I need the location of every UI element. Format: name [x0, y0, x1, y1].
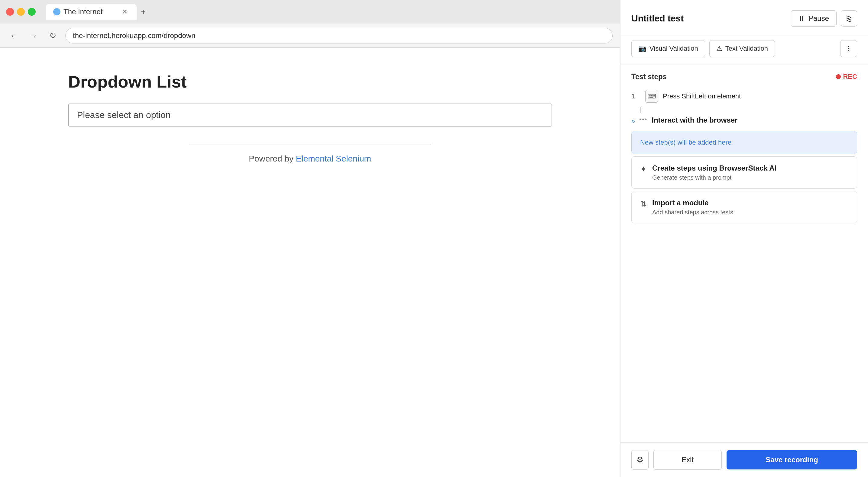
tab-favicon-icon — [53, 8, 60, 15]
visual-validation-button[interactable]: 📷 Visual Validation — [631, 40, 705, 57]
page-heading: Dropdown List — [68, 72, 552, 92]
url-input[interactable] — [65, 28, 613, 43]
save-recording-button[interactable]: Save recording — [726, 450, 857, 470]
import-module-subtitle: Add shared steps across tests — [652, 209, 733, 216]
pause-button[interactable]: ⏸ Pause — [790, 10, 837, 27]
cards-container: New step(s) will be added here ✦ Create … — [631, 131, 857, 224]
text-validation-label: Text Validation — [725, 45, 768, 53]
expand-icon: ⧎ — [846, 14, 852, 23]
test-recorder-panel: Untitled test ⏸ Pause ⧎ 📷 Visual Validat… — [620, 0, 868, 477]
ai-step-card[interactable]: ✦ Create steps using BrowserStack AI Gen… — [631, 157, 857, 189]
pause-label: Pause — [808, 14, 829, 23]
tab-close-button[interactable]: ✕ — [120, 7, 129, 16]
rec-label: REC — [843, 73, 857, 80]
panel-header: Untitled test ⏸ Pause ⧎ — [620, 0, 868, 34]
page-container: Dropdown List Please select an option Po… — [68, 72, 552, 164]
dropdown-select[interactable]: Please select an option — [68, 104, 552, 127]
visual-validation-label: Visual Validation — [650, 45, 698, 53]
step-keyboard-icon: ⌨ — [645, 90, 658, 103]
expand-arrows-icon[interactable]: » — [631, 117, 635, 125]
title-bar: The Internet ✕ + — [0, 0, 620, 24]
minimize-button[interactable] — [17, 8, 25, 16]
pause-icon: ⏸ — [798, 14, 805, 23]
panel-title: Untitled test — [631, 13, 684, 24]
forward-button[interactable]: → — [27, 29, 40, 42]
elemental-selenium-link[interactable]: Elemental Selenium — [296, 154, 371, 163]
panel-header-actions: ⏸ Pause ⧎ — [790, 10, 857, 27]
back-button[interactable]: ← — [7, 29, 21, 42]
interact-label: Interact with the browser — [652, 116, 738, 124]
exit-button[interactable]: Exit — [653, 450, 722, 470]
refresh-icon: ↻ — [49, 31, 56, 40]
ai-step-title: Create steps using BrowserStack AI — [652, 164, 776, 172]
address-bar: ← → ↻ — [0, 24, 620, 48]
back-icon: ← — [10, 31, 18, 40]
test-steps-header: Test steps REC — [620, 69, 868, 86]
import-module-icon: ⇅ — [640, 199, 647, 209]
visual-validation-icon: 📷 — [638, 45, 647, 53]
step-number-1: 1 — [631, 92, 641, 100]
window-controls — [6, 8, 36, 16]
text-validation-icon: ⚠ — [716, 45, 722, 53]
test-steps-label: Test steps — [631, 72, 667, 81]
forward-icon: → — [29, 31, 37, 40]
tab-bar: The Internet ✕ + — [46, 4, 149, 20]
step-text-1: Press ShiftLeft on element — [663, 92, 741, 100]
step-connector — [641, 107, 641, 113]
panel-footer: ⚙ Exit Save recording — [620, 442, 868, 477]
dropdown-placeholder: Please select an option — [77, 110, 171, 120]
refresh-button[interactable]: ↻ — [46, 29, 59, 42]
close-button[interactable] — [6, 8, 14, 16]
settings-icon: ⚙ — [637, 455, 644, 465]
new-tab-button[interactable]: + — [138, 5, 149, 19]
ai-step-subtitle: Generate steps with a prompt — [652, 174, 776, 181]
settings-button[interactable]: ⚙ — [631, 450, 649, 470]
new-step-card: New step(s) will be added here — [631, 131, 857, 154]
tab-title: The Internet — [63, 7, 102, 16]
browser-content: Dropdown List Please select an option Po… — [0, 48, 620, 477]
more-options-icon: ⋮ — [845, 45, 852, 53]
browser-window: The Internet ✕ + ← → ↻ Dropdown List Ple… — [0, 0, 620, 477]
rec-badge: REC — [836, 73, 857, 80]
ai-step-content: Create steps using BrowserStack AI Gener… — [652, 164, 776, 181]
browser-tab[interactable]: The Internet ✕ — [46, 4, 136, 20]
interact-dots-icon: ••• — [639, 116, 647, 123]
import-module-card[interactable]: ⇅ Import a module Add shared steps acros… — [631, 191, 857, 224]
step-item-1: 1 ⌨ Press ShiftLeft on element — [620, 86, 868, 107]
interact-section: » ••• Interact with the browser — [620, 113, 868, 128]
maximize-button[interactable] — [28, 8, 36, 16]
text-validation-button[interactable]: ⚠ Text Validation — [709, 40, 775, 57]
rec-dot-icon — [836, 74, 841, 79]
new-step-text: New step(s) will be added here — [640, 139, 732, 146]
more-options-button[interactable]: ⋮ — [840, 40, 857, 57]
panel-body: Test steps REC 1 ⌨ Press ShiftLeft on el… — [620, 63, 868, 442]
import-module-title: Import a module — [652, 199, 733, 207]
import-module-content: Import a module Add shared steps across … — [652, 199, 733, 216]
validation-toolbar: 📷 Visual Validation ⚠ Text Validation ⋮ — [620, 34, 868, 63]
expand-button[interactable]: ⧎ — [841, 10, 857, 27]
ai-step-icon: ✦ — [640, 165, 647, 174]
powered-by-text: Powered by Elemental Selenium — [68, 154, 552, 164]
